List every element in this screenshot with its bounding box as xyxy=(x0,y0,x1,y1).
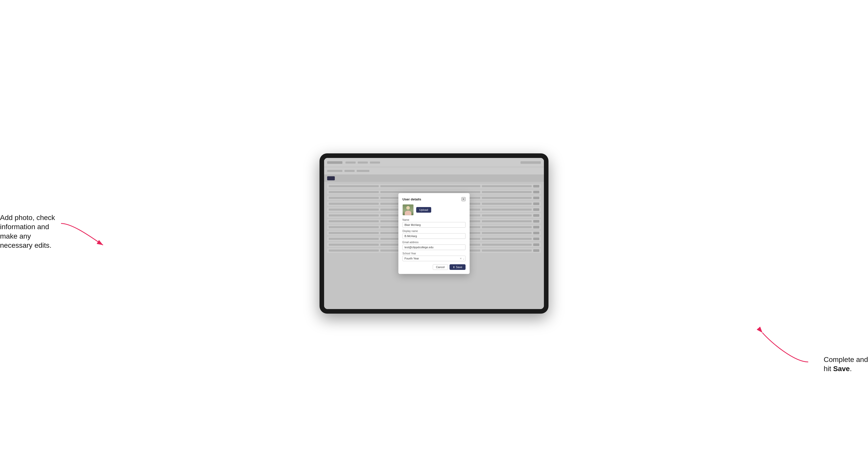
annotation-left: Add photo, check information and make an… xyxy=(0,213,61,250)
modal-title: User details xyxy=(402,197,421,201)
user-photo xyxy=(403,205,413,215)
email-field-group: Email address xyxy=(402,241,466,250)
email-input[interactable] xyxy=(402,244,466,250)
school-year-select-wrapper: ✕ ⌄ xyxy=(402,256,466,261)
name-field-group: Name xyxy=(402,218,466,228)
cancel-button[interactable]: Cancel xyxy=(433,264,448,270)
tablet-screen: User details ✕ Upload Name Dis xyxy=(324,158,544,309)
school-year-field-group: School Year ✕ ⌄ xyxy=(402,252,466,261)
display-name-input[interactable] xyxy=(402,233,466,239)
user-details-modal: User details ✕ Upload Name Dis xyxy=(398,193,470,274)
school-year-clear-button[interactable]: ✕ ⌄ xyxy=(460,257,465,260)
email-label: Email address xyxy=(402,241,466,244)
modal-footer: Cancel ⬆ Save xyxy=(402,264,466,270)
save-button-label: Save xyxy=(456,266,462,269)
arrow-right xyxy=(758,330,809,364)
upload-photo-button[interactable]: Upload xyxy=(416,207,431,213)
display-name-label: Display name xyxy=(402,230,466,232)
annotation-right: Complete and hit Save. xyxy=(824,355,868,374)
school-year-label: School Year xyxy=(402,252,466,255)
school-year-input[interactable] xyxy=(402,256,466,261)
name-label: Name xyxy=(402,218,466,221)
save-icon: ⬆ xyxy=(453,266,455,269)
modal-close-button[interactable]: ✕ xyxy=(462,197,466,201)
tablet-frame: User details ✕ Upload Name Dis xyxy=(319,153,549,314)
scene: Add photo, check information and make an… xyxy=(0,0,868,467)
arrow-left xyxy=(59,221,104,252)
photo-section: Upload xyxy=(402,204,466,215)
save-button[interactable]: ⬆ Save xyxy=(450,264,466,270)
modal-title-bar: User details ✕ xyxy=(402,197,466,201)
user-photo-thumbnail xyxy=(402,204,414,215)
name-input[interactable] xyxy=(402,222,466,228)
display-name-field-group: Display name xyxy=(402,230,466,239)
